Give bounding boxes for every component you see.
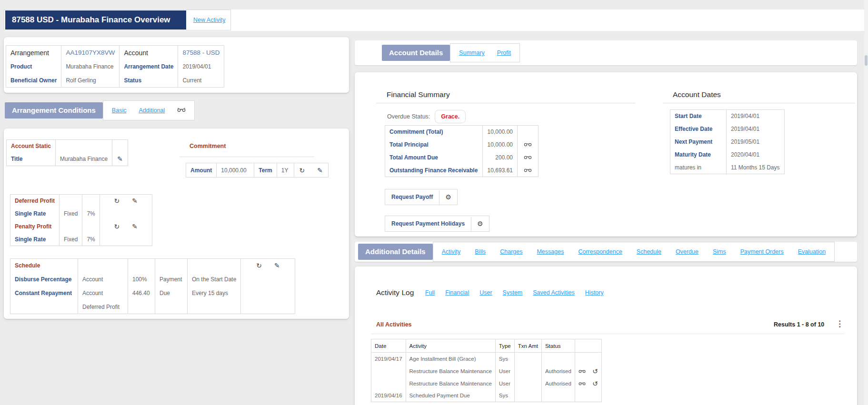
status-label: Status <box>120 74 178 88</box>
vertical-scrollbar[interactable] <box>864 0 868 405</box>
edit-icon[interactable]: ✎ <box>317 167 323 174</box>
arrangement-conditions-tabs: Basic Additional <box>103 100 195 120</box>
financial-summary-table: Commitment (Total) 10,000.00 Total Princ… <box>385 125 539 177</box>
date-row-label: Next Payment <box>670 136 727 148</box>
tab-overdue[interactable]: Overdue <box>676 248 698 255</box>
col-actions <box>575 339 601 353</box>
empty-cell <box>128 259 155 273</box>
tab-payment-orders[interactable]: Payment Orders <box>740 248 784 255</box>
refresh-icon[interactable]: ↻ <box>114 198 120 204</box>
edit-icon[interactable]: ✎ <box>274 262 280 269</box>
tab-user[interactable]: User <box>479 289 492 296</box>
beneficial-owner-value: Rolf Gerling <box>61 74 120 88</box>
tab-messages[interactable]: Messages <box>537 248 564 255</box>
new-activity-link[interactable]: New Activity <box>193 17 225 23</box>
schedule-cell: Every 15 days <box>188 286 241 300</box>
refresh-icon[interactable]: ↻ <box>114 223 120 230</box>
request-payoff-button[interactable]: Request Payoff ⚙ <box>385 189 458 205</box>
cell-date: 2019/04/16 <box>371 390 406 402</box>
cell-status <box>541 390 575 402</box>
view-icon[interactable] <box>524 167 532 174</box>
empty-cell <box>241 273 295 286</box>
tab-system[interactable]: System <box>503 289 523 296</box>
cell-type: Sys <box>495 390 514 402</box>
refresh-icon[interactable]: ↻ <box>299 167 305 174</box>
tab-schedule[interactable]: Schedule <box>637 248 661 255</box>
date-row-label: matures in <box>670 161 727 174</box>
date-row-label: Maturity Date <box>670 148 727 161</box>
term-value: 1Y <box>277 163 294 178</box>
fin-row-value: 10,693.61 <box>483 164 518 177</box>
cell-actions <box>575 390 601 402</box>
tab-additional[interactable]: Additional <box>139 107 165 114</box>
overdue-status-badge: Grace. <box>435 110 466 123</box>
schedule-header: Schedule <box>10 259 78 273</box>
tab-summary[interactable]: Summary <box>459 49 484 56</box>
cell-type: Sys <box>495 353 514 365</box>
tab-sims[interactable]: Sims <box>713 248 726 255</box>
product-label: Product <box>6 60 61 74</box>
empty-cell <box>241 286 295 300</box>
gear-icon[interactable]: ⚙ <box>445 193 451 201</box>
scrollbar-thumb[interactable] <box>865 55 868 66</box>
account-label: Account <box>120 46 178 60</box>
tab-profit[interactable]: Profit <box>497 49 511 56</box>
penalty-rate-type: Fixed <box>60 233 82 246</box>
view-icon[interactable] <box>579 381 586 386</box>
request-payment-holidays-button[interactable]: Request Payment Holidays ⚙ <box>385 216 489 232</box>
edit-icon[interactable]: ✎ <box>132 223 138 230</box>
request-payoff-label: Request Payoff <box>385 189 439 205</box>
date-row-value: 2019/05/01 <box>727 136 785 148</box>
tab-basic[interactable]: Basic <box>112 107 127 114</box>
view-icon[interactable] <box>524 154 532 161</box>
schedule-row-label <box>10 300 78 314</box>
tab-full[interactable]: Full <box>425 289 435 296</box>
date-row-value: 2019/04/01 <box>727 110 785 123</box>
arrangement-conditions-card: Account Static Title Murabaha Finance ✎ … <box>4 128 349 319</box>
account-details-title: Account Details <box>382 45 450 61</box>
cell-status <box>541 353 575 365</box>
arrangement-date-label: Arrangement Date <box>120 60 178 74</box>
penalty-rate-value: 7% <box>82 233 100 246</box>
tab-activity[interactable]: Activity <box>442 248 461 255</box>
page-title-card: 87588 USD - Murabaha Finance Overview Ne… <box>4 10 231 30</box>
tab-bills[interactable]: Bills <box>475 248 486 255</box>
beneficial-owner-label: Beneficial Owner <box>6 74 61 88</box>
schedule-cell: 100% <box>128 273 155 286</box>
title-label: Title <box>7 153 56 166</box>
arrangement-id: AA19107YX8VW <box>61 46 120 60</box>
tab-charges[interactable]: Charges <box>500 248 522 255</box>
schedule-cell: Payment <box>155 273 188 286</box>
arrangement-conditions-header: Arrangement Conditions Basic Additional <box>4 100 349 120</box>
empty-cell <box>241 300 295 314</box>
tab-evaluation[interactable]: Evaluation <box>798 248 826 255</box>
account-details-header: Account Details Summary Profit <box>355 40 857 65</box>
undo-icon[interactable]: ↺ <box>592 380 598 387</box>
view-icon[interactable] <box>177 107 186 114</box>
financial-summary-heading: Financial Summary <box>387 90 450 99</box>
date-row-value: 2020/04/01 <box>727 148 785 161</box>
results-count: Results 1 - 8 of 10 <box>774 321 824 328</box>
view-icon[interactable] <box>579 368 586 374</box>
deferred-rate-type: Fixed <box>60 207 82 220</box>
empty-cell <box>78 259 128 273</box>
col-date: Date <box>371 339 406 353</box>
refresh-icon[interactable]: ↻ <box>256 262 262 269</box>
cell-activity: Age Installment Bill (Grace) <box>406 353 495 365</box>
tab-history[interactable]: History <box>585 289 604 296</box>
request-payment-holidays-label: Request Payment Holidays <box>385 216 471 231</box>
tab-correspondence[interactable]: Correspondence <box>578 248 622 255</box>
gear-icon[interactable]: ⚙ <box>477 220 483 227</box>
kebab-menu-icon[interactable]: ⋮ <box>836 319 844 329</box>
edit-icon[interactable]: ✎ <box>117 155 123 163</box>
page-title: 87588 USD - Murabaha Finance Overview <box>5 10 186 30</box>
view-icon[interactable] <box>524 141 532 148</box>
arrangement-overview-card: Arrangement AA19107YX8VW Account 87588 -… <box>4 37 349 93</box>
tab-financial[interactable]: Financial <box>445 289 469 296</box>
cell-type: User <box>495 377 514 390</box>
date-row-value: 11 Months 15 Days <box>727 161 785 174</box>
undo-icon[interactable]: ↺ <box>592 368 598 375</box>
tab-saved-activities[interactable]: Saved Activities <box>533 289 575 296</box>
amount-value: 10,000.00 <box>217 163 254 178</box>
edit-icon[interactable]: ✎ <box>132 198 138 204</box>
